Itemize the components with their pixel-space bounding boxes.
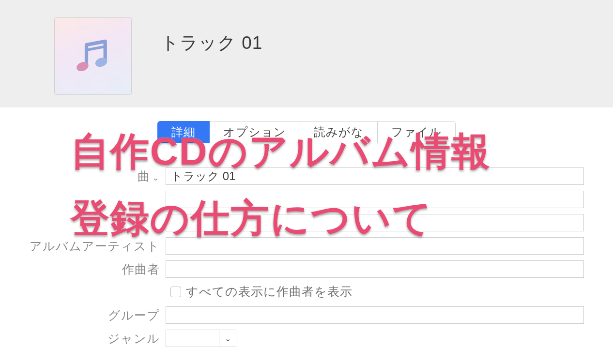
header-region: トラック 01 [0,0,613,107]
row-genre: ジャンル ⌄ [0,330,584,347]
label-group: グループ [0,307,160,323]
row-song: 曲⌄ [0,167,584,185]
row-album-artist: アルバムアーティスト [0,237,584,255]
input-album[interactable] [166,214,584,231]
tab-bar: 詳細 オプション 読みがな ファイル [0,121,613,143]
tab-details[interactable]: 詳細 [157,121,210,143]
input-artist[interactable] [166,191,584,208]
tab-option[interactable]: オプション [210,121,300,143]
album-artwork [54,17,132,95]
genre-combo: ⌄ [166,330,236,347]
label-composer: 作曲者 [0,261,160,277]
chevron-down-icon[interactable]: ⌄ [152,172,160,183]
form-area: 曲⌄ アルバムアーティスト 作曲者 すべての表示に作曲者を表示 グループ ジャン… [0,167,613,347]
input-composer[interactable] [166,260,584,278]
label-song: 曲⌄ [0,168,160,184]
label-album-artist: アルバムアーティスト [0,238,160,254]
music-note-icon [71,34,115,78]
track-title: トラック 01 [161,31,262,55]
input-group[interactable] [166,306,584,324]
label-show-composer: すべての表示に作曲者を表示 [186,284,352,300]
label-genre: ジャンル [0,331,160,347]
tab-file[interactable]: ファイル [378,121,456,143]
row-artist [0,191,584,208]
row-show-composer: すべての表示に作曲者を表示 [170,284,584,300]
input-genre[interactable] [166,330,219,347]
tab-reading[interactable]: 読みがな [300,121,378,143]
row-composer: 作曲者 [0,260,584,278]
chevron-down-icon: ⌄ [225,334,231,343]
row-group: グループ [0,306,584,324]
input-song[interactable] [166,167,584,185]
genre-dropdown-button[interactable]: ⌄ [219,330,236,347]
row-album [0,214,584,231]
checkbox-show-composer[interactable] [170,287,181,297]
input-album-artist[interactable] [166,237,584,255]
